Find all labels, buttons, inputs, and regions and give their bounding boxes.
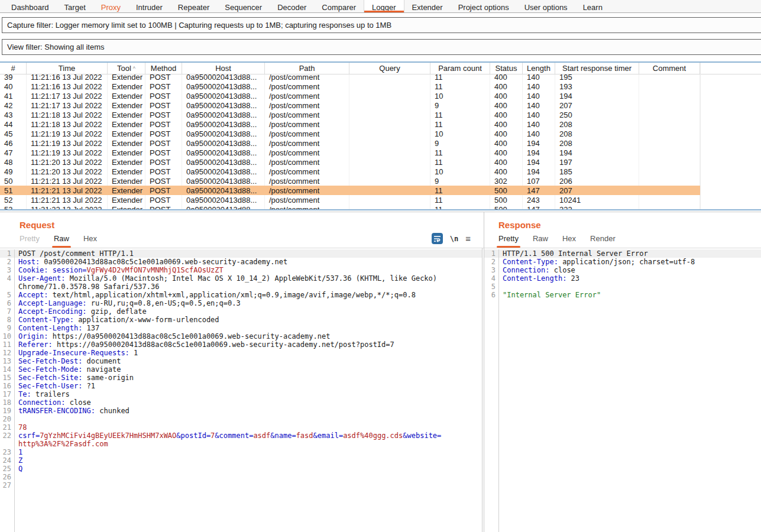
cell-start-response-timer: 207 xyxy=(555,186,639,195)
menu-tab-dashboard[interactable]: Dashboard xyxy=(4,0,57,12)
cell-comment xyxy=(639,82,700,91)
menu-tab-learn[interactable]: Learn xyxy=(575,0,610,12)
column-header-host[interactable]: Host xyxy=(182,63,265,74)
column-header-time[interactable]: Time xyxy=(27,63,108,74)
cell--: 53 xyxy=(0,205,27,210)
capture-filter-bar[interactable]: Capture filter: Logger memory limit set … xyxy=(2,17,761,33)
response-tab-raw[interactable]: Raw xyxy=(526,232,555,248)
column-header-start-response-timer[interactable]: Start response timer xyxy=(555,63,639,74)
view-filter-bar[interactable]: View filter: Showing all items xyxy=(2,39,761,55)
cell-query xyxy=(349,157,430,167)
line-number: 5 xyxy=(0,291,15,299)
column-header-query[interactable]: Query xyxy=(349,63,430,74)
column-label: Host xyxy=(215,64,231,73)
menu-tab-decoder[interactable]: Decoder xyxy=(270,0,314,12)
column-header--[interactable]: # xyxy=(0,63,27,74)
request-line: 4User-Agent: Mozilla/5.0 (Macintosh; Int… xyxy=(0,274,482,283)
menu-tab-intruder[interactable]: Intruder xyxy=(128,0,170,12)
table-row[interactable]: 5211:21:21 13 Jul 2022ExtenderPOST0a9500… xyxy=(0,195,700,205)
request-line: 231 xyxy=(0,448,482,456)
capture-filter-text: Capture filter: Logger memory limit set … xyxy=(7,21,391,30)
table-row[interactable]: 5011:21:21 13 Jul 2022ExtenderPOST0a9500… xyxy=(0,176,700,186)
request-tab-pretty[interactable]: Pretty xyxy=(12,232,47,248)
request-tab-raw[interactable]: Raw xyxy=(47,232,76,248)
column-header-param-count[interactable]: Param count xyxy=(430,63,490,74)
menu-tab-user-options[interactable]: User options xyxy=(517,0,575,12)
table-row[interactable]: 4111:21:17 13 Jul 2022ExtenderPOST0a9500… xyxy=(0,91,700,100)
request-editor[interactable]: 1POST /post/comment HTTP/1.12Host: 0a950… xyxy=(0,248,482,532)
cell-path: /post/comment xyxy=(265,148,349,157)
line-number: 24 xyxy=(0,456,15,465)
column-header-path[interactable]: Path xyxy=(265,63,349,74)
menu-tab-repeater[interactable]: Repeater xyxy=(170,0,217,12)
line-content: Sec-Fetch-Site: same-origin xyxy=(15,374,134,382)
request-line: 12Upgrade-Insecure-Requests: 1 xyxy=(0,349,482,357)
table-row[interactable]: 4511:21:19 13 Jul 2022ExtenderPOST0a9500… xyxy=(0,129,700,138)
cell-host: 0a9500020413d88... xyxy=(182,205,265,210)
column-header-comment[interactable]: Comment xyxy=(639,63,700,74)
menu-tab-target[interactable]: Target xyxy=(57,0,93,12)
cell-start-response-timer: 207 xyxy=(555,100,639,110)
cell-query xyxy=(349,100,430,110)
response-tab-hex[interactable]: Hex xyxy=(555,232,583,248)
table-row[interactable]: 4911:21:20 13 Jul 2022ExtenderPOST0a9500… xyxy=(0,167,700,176)
cell-method: POST xyxy=(145,119,182,129)
table-row[interactable]: 4011:21:16 13 Jul 2022ExtenderPOST0a9500… xyxy=(0,82,700,91)
response-tab-render[interactable]: Render xyxy=(583,232,623,248)
table-row[interactable]: 4811:21:20 13 Jul 2022ExtenderPOST0a9500… xyxy=(0,157,700,167)
column-header-method[interactable]: Method xyxy=(145,63,182,74)
cell-start-response-timer: 193 xyxy=(555,82,639,91)
cell-status: 500 xyxy=(490,186,523,195)
menu-tab-comparer[interactable]: Comparer xyxy=(314,0,364,12)
column-header-status[interactable]: Status xyxy=(490,63,523,74)
table-row[interactable]: 5111:21:21 13 Jul 2022ExtenderPOST0a9500… xyxy=(0,186,700,195)
response-tabbar: PrettyRawHexRender xyxy=(484,232,761,248)
cell-query xyxy=(349,167,430,176)
cell-query xyxy=(349,205,430,210)
cell-time: 11:21:19 13 Jul 2022 xyxy=(27,138,108,148)
editor-filler xyxy=(484,299,761,532)
column-label: Tool xyxy=(117,64,131,73)
newline-toggle-button[interactable]: \n xyxy=(450,235,458,243)
table-row[interactable]: 4311:21:18 13 Jul 2022ExtenderPOST0a9500… xyxy=(0,110,700,119)
menu-tab-proxy[interactable]: Proxy xyxy=(93,0,128,12)
table-row[interactable]: 4411:21:18 13 Jul 2022ExtenderPOST0a9500… xyxy=(0,119,700,129)
table-row[interactable]: 4211:21:17 13 Jul 2022ExtenderPOST0a9500… xyxy=(0,100,700,110)
column-label: Length xyxy=(527,64,550,73)
menu-tab-sequencer[interactable]: Sequencer xyxy=(217,0,270,12)
cell-length: 194 xyxy=(523,138,555,148)
cell-tool: Extender xyxy=(108,82,145,91)
request-line: 19tRANSFER-ENCODING: chunked xyxy=(0,407,482,415)
column-header-length[interactable]: Length xyxy=(523,63,555,74)
cell-param-count: 11 xyxy=(430,148,490,157)
request-line: 27 xyxy=(0,481,482,489)
request-tab-hex[interactable]: Hex xyxy=(76,232,104,248)
table-row[interactable]: 5311:21:22 13 Jul 2022ExtenderPOST0a9500… xyxy=(0,205,700,210)
menu-tab-logger[interactable]: Logger xyxy=(364,0,404,12)
line-content: 1 xyxy=(15,448,22,456)
cell-status: 500 xyxy=(490,205,523,210)
cell-host: 0a9500020413d88... xyxy=(182,91,265,100)
cell-start-response-timer: 222 xyxy=(555,205,639,210)
cell-status: 400 xyxy=(490,91,523,100)
line-number: 21 xyxy=(0,423,15,432)
cell--: 48 xyxy=(0,157,27,167)
line-content: Accept-Language: ru-RU,ru;q=0.8,en-US;q=… xyxy=(15,299,241,307)
column-header-tool[interactable]: Tool^ xyxy=(108,63,145,74)
table-row[interactable]: 4711:21:19 13 Jul 2022ExtenderPOST0a9500… xyxy=(0,148,700,157)
menu-tab-project-options[interactable]: Project options xyxy=(451,0,517,12)
response-tab-pretty[interactable]: Pretty xyxy=(491,232,526,248)
request-line: 17Te: trailers xyxy=(0,390,482,398)
editor-menu-button[interactable]: ≡ xyxy=(465,233,471,244)
wrap-lines-button[interactable] xyxy=(432,233,443,244)
menu-tab-extender[interactable]: Extender xyxy=(404,0,451,12)
line-number: 7 xyxy=(0,307,15,316)
request-editor-icons: \n ≡ xyxy=(432,233,484,248)
response-editor[interactable]: 1HTTP/1.1 500 Internal Server Error2Cont… xyxy=(484,248,761,532)
request-line: 11Referer: https://0a9500020413d88ac08c5… xyxy=(0,340,482,349)
cell-query xyxy=(349,91,430,100)
line-content: Cookie: session=VgFWy4D2vMfON7vMNMhjQ1Sc… xyxy=(15,266,224,274)
cell-host: 0a9500020413d88... xyxy=(182,167,265,176)
table-row[interactable]: 4611:21:19 13 Jul 2022ExtenderPOST0a9500… xyxy=(0,138,700,148)
line-content: Content-Length: 23 xyxy=(499,274,579,283)
